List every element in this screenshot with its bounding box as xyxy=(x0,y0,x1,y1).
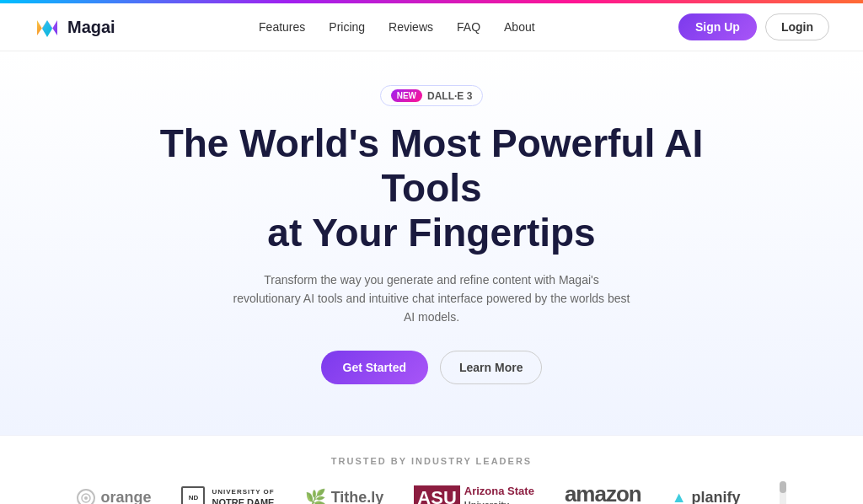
notre-dame-logo: ND UNIVERSITY OF NOTRE DAME xyxy=(181,486,274,504)
amazon-logo: amazon ↗ xyxy=(565,481,641,504)
login-button[interactable]: Login xyxy=(765,13,829,40)
amazon-wordmark: amazon xyxy=(565,481,641,504)
get-started-button[interactable]: Get Started xyxy=(321,351,428,384)
hero-subtitle: Transform the way you generate and refin… xyxy=(229,271,634,327)
nav-link-features[interactable]: Features xyxy=(259,20,305,34)
svg-point-4 xyxy=(84,496,88,500)
planify-text: planify xyxy=(692,489,741,504)
trusted-label: TRUSTED BY INDUSTRY LEADERS xyxy=(34,456,829,466)
scrollbar-thumb[interactable] xyxy=(780,481,786,493)
hero-section: NEW DALL·E 3 The World's Most Powerful A… xyxy=(0,51,863,435)
logo-text: Magai xyxy=(67,18,115,37)
amazon-text: amazon ↗ xyxy=(565,481,641,504)
badge-new-label: NEW xyxy=(391,89,422,102)
learn-more-button[interactable]: Learn More xyxy=(440,351,542,384)
nav-buttons: Sign Up Login xyxy=(678,13,829,40)
badge: NEW DALL·E 3 xyxy=(380,85,484,106)
hero-buttons: Get Started Learn More xyxy=(17,351,846,384)
nav-links: Features Pricing Reviews FAQ About xyxy=(259,20,535,34)
nav-link-pricing[interactable]: Pricing xyxy=(329,20,365,34)
badge-product-label: DALL·E 3 xyxy=(427,90,472,102)
tithe-leaf-icon: 🌿 xyxy=(305,488,326,504)
nav-link-faq[interactable]: FAQ xyxy=(457,20,480,34)
logo[interactable]: Magai xyxy=(34,13,115,40)
orange-logo: orange xyxy=(77,489,151,504)
logos-row: orange ND UNIVERSITY OF NOTRE DAME 🌿 Tit… xyxy=(34,481,829,504)
magai-logo-icon xyxy=(34,13,61,40)
asu-text: Arizona State University xyxy=(464,485,534,504)
planify-bullet-icon: ▲ xyxy=(672,489,687,504)
horizontal-scrollbar[interactable] xyxy=(780,481,786,504)
asu-block-icon: ASU xyxy=(414,485,459,504)
signup-button[interactable]: Sign Up xyxy=(678,13,757,40)
hero-title-line2: at Your Fingertips xyxy=(267,211,595,255)
asu-logo: ASU Arizona State University xyxy=(414,485,534,504)
hero-title-line1: The World's Most Powerful AI Tools xyxy=(160,121,704,210)
tithe-ly-text: Tithe.ly xyxy=(331,489,384,504)
nav-link-about[interactable]: About xyxy=(504,20,535,34)
tithe-ly-logo: 🌿 Tithe.ly xyxy=(305,488,384,504)
hero-title: The World's Most Powerful AI Tools at Yo… xyxy=(137,121,726,255)
nav-link-reviews[interactable]: Reviews xyxy=(389,20,433,34)
planify-logo: ▲ planify xyxy=(672,489,741,504)
nd-text: UNIVERSITY OF NOTRE DAME xyxy=(212,488,274,505)
navbar: Magai Features Pricing Reviews FAQ About… xyxy=(0,3,863,51)
orange-icon xyxy=(77,489,95,504)
trusted-section: TRUSTED BY INDUSTRY LEADERS orange ND UN… xyxy=(0,435,863,504)
nd-crest-icon: ND xyxy=(181,486,205,504)
orange-text: orange xyxy=(100,489,151,504)
svg-marker-2 xyxy=(42,20,52,37)
